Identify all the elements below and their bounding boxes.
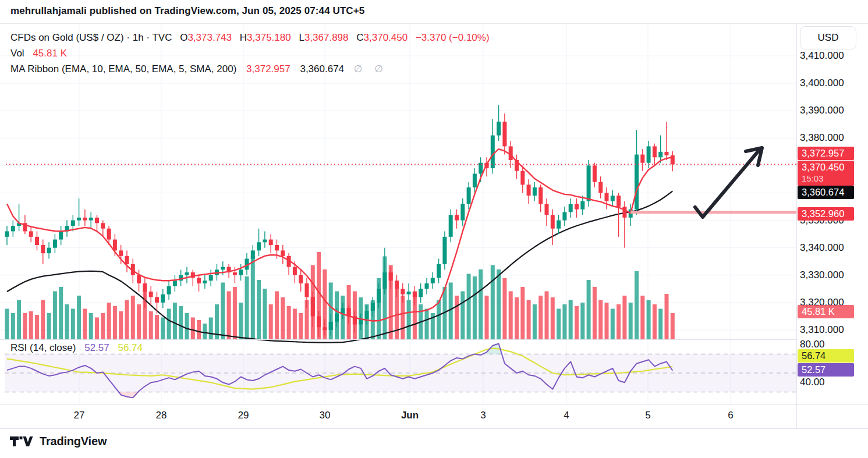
- volume-label: Vol: [10, 48, 24, 59]
- ma-ribbon-empty-values: ∅ ∅: [354, 63, 388, 74]
- volume-value: 45.81 K: [33, 48, 67, 59]
- candles-layer: [5, 105, 675, 337]
- rsi-ma-value: 56.74: [118, 342, 143, 353]
- volume-badge: 45.81 K: [798, 305, 854, 318]
- symbol-legend-row: CFDs on Gold (US$ / OZ) · 1h · TVC O3,37…: [10, 30, 490, 45]
- tradingview-logo-text: TradingView: [40, 435, 107, 448]
- ma-ribbon-value-2: 3,360.674: [300, 63, 344, 74]
- open-value: 3,373.743: [187, 32, 232, 43]
- tradingview-logo-icon: [10, 436, 34, 447]
- time-axis-label: 29: [223, 410, 264, 421]
- ma-ribbon-value-1: 3,372.957: [246, 63, 290, 74]
- low-label: L: [299, 32, 304, 43]
- close-label: C: [356, 32, 363, 43]
- time-axis-label: 4: [546, 410, 587, 421]
- ma-ribbon-title: MA Ribbon (EMA, 10, EMA, 50, EMA, 5, SMA…: [10, 63, 236, 74]
- close-value: 3,370.450: [364, 32, 408, 43]
- open-label: O: [180, 32, 187, 43]
- price-axis-label: 3,410.000: [800, 50, 844, 62]
- low-value: 3,367.898: [304, 32, 349, 43]
- ema-price-badge: 3,372.957: [798, 147, 854, 160]
- arrow-annotation: [695, 148, 762, 217]
- price-axis-label: 3,390.000: [800, 105, 844, 116]
- volume-layer: [5, 252, 675, 339]
- rsi-value: 52.57: [84, 342, 109, 353]
- last-price-value: 3,370.450: [802, 161, 850, 173]
- tradingview-snapshot: { "header": { "attribution": "mehrullahj…: [0, 0, 868, 458]
- sma-line: [7, 191, 672, 342]
- symbol-legend[interactable]: CFDs on Gold (US$ / OZ) · 1h · TVC O3,37…: [10, 30, 490, 77]
- high-label: H: [240, 32, 247, 43]
- time-axis-label: 28: [141, 410, 182, 421]
- time-axis-label: Jun: [389, 410, 430, 421]
- sma-price-badge: 3,360.674: [798, 186, 854, 199]
- rsi-ma-badge: 56.74: [798, 349, 854, 363]
- ema-line: [7, 149, 672, 321]
- symbol-title[interactable]: CFDs on Gold (US$ / OZ) · 1h · TVC: [10, 32, 172, 43]
- price-axis-label: 3,400.000: [800, 77, 844, 89]
- rsi-badge: 52.57: [798, 363, 854, 377]
- time-axis-label: 5: [628, 410, 668, 421]
- price-axis-label: 3,330.000: [800, 269, 844, 281]
- time-axis-label: 3: [463, 410, 504, 421]
- last-price-badge: 3,370.450 15:03: [798, 161, 854, 186]
- attribution-text: mehrullahjamali published on TradingView…: [10, 5, 364, 17]
- change-value: −3.370 (−0.10%): [416, 32, 490, 43]
- rsi-legend[interactable]: RSI (14, close) 52.57 56.74: [10, 342, 143, 354]
- price-axis-label: 3,310.000: [800, 324, 844, 336]
- tradingview-logo[interactable]: TradingView: [10, 435, 107, 448]
- bar-countdown: 15:03: [802, 173, 850, 184]
- ma-ribbon-legend-row[interactable]: MA Ribbon (EMA, 10, EMA, 50, EMA, 5, SMA…: [10, 61, 490, 77]
- price-axis-label: 3,380.000: [800, 132, 844, 144]
- volume-legend-row: Vol 45.81 K: [10, 45, 490, 61]
- currency-toggle-button[interactable]: USD: [800, 26, 856, 49]
- time-axis-label: 27: [59, 410, 100, 421]
- rsi-axis-label: 40.00: [800, 377, 825, 388]
- support-level-badge: 3,352.960: [798, 207, 854, 221]
- time-axis-label: 30: [304, 410, 345, 421]
- price-lines-layer: [6, 164, 796, 212]
- price-axis-label: 3,340.000: [800, 242, 844, 254]
- high-value: 3,375.180: [247, 32, 291, 43]
- rsi-title: RSI (14, close): [10, 342, 76, 353]
- time-axis-label: 6: [710, 410, 751, 421]
